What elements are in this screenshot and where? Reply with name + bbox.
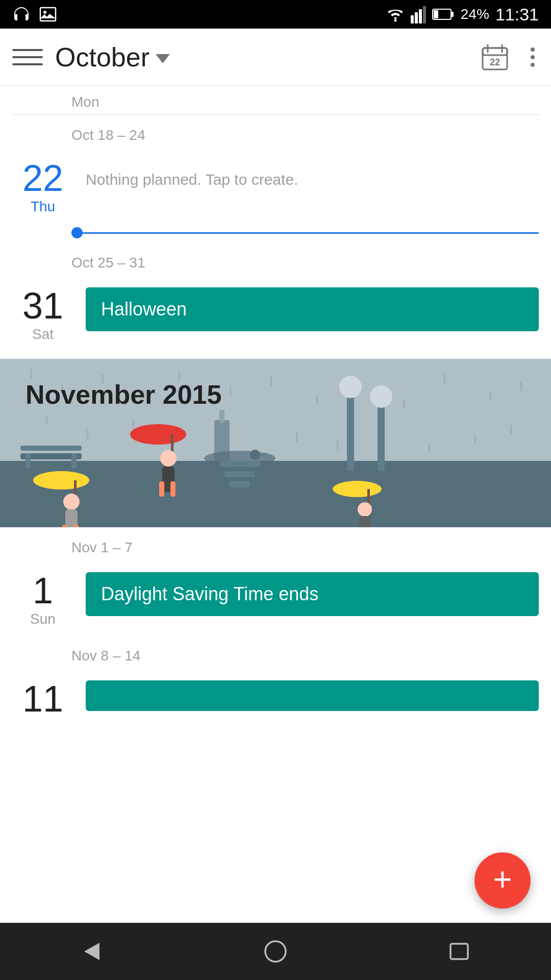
svg-marker-77 xyxy=(84,943,99,960)
day-number-22: 22 xyxy=(12,160,73,197)
svg-rect-6 xyxy=(423,6,426,23)
dst-event[interactable]: Daylight Saving Time ends xyxy=(86,572,539,616)
svg-point-64 xyxy=(333,481,382,497)
svg-point-58 xyxy=(33,471,89,489)
svg-rect-30 xyxy=(46,415,47,424)
halloween-event[interactable]: Halloween xyxy=(86,287,539,331)
day-row-11[interactable]: 11 xyxy=(0,672,551,725)
day-number-11: 11 xyxy=(12,680,73,717)
signal-icon xyxy=(411,5,426,23)
day-events-22: Nothing planned. Tap to create. xyxy=(73,160,539,188)
svg-point-49 xyxy=(339,376,362,398)
svg-rect-28 xyxy=(490,392,491,401)
home-icon xyxy=(263,939,288,964)
back-button[interactable] xyxy=(71,931,112,972)
svg-point-70 xyxy=(250,450,260,460)
svg-point-51 xyxy=(370,385,392,408)
week-separator-oct18: Oct 18 – 24 xyxy=(0,115,551,152)
svg-rect-8 xyxy=(451,12,454,17)
svg-point-54 xyxy=(160,450,177,467)
svg-rect-24 xyxy=(316,395,318,404)
svg-rect-42 xyxy=(20,446,82,451)
svg-rect-71 xyxy=(219,461,260,467)
back-icon xyxy=(79,939,105,964)
svg-rect-61 xyxy=(65,509,78,527)
svg-rect-17 xyxy=(31,369,32,378)
week-separator-oct25: Oct 25 – 31 xyxy=(0,242,551,279)
svg-rect-39 xyxy=(474,434,476,444)
battery-percent: 24% xyxy=(461,6,489,22)
day-row-1[interactable]: 1 Sun Daylight Saving Time ends xyxy=(0,564,551,635)
no-event-text[interactable]: Nothing planned. Tap to create. xyxy=(86,160,539,188)
week-day-header: Mon xyxy=(0,86,551,114)
svg-point-78 xyxy=(265,941,286,962)
time-display: 11:31 xyxy=(495,5,539,24)
svg-rect-27 xyxy=(444,374,445,383)
day-number-col-31: 31 Sat xyxy=(12,287,73,342)
day-number-col-11: 11 xyxy=(12,680,73,717)
svg-rect-31 xyxy=(87,430,88,439)
top-actions: 22 xyxy=(480,42,539,72)
svg-rect-35 xyxy=(296,433,297,442)
svg-rect-26 xyxy=(403,400,405,409)
svg-rect-23 xyxy=(270,377,272,386)
status-left-icons xyxy=(12,5,57,23)
day-row-22[interactable]: 22 Thu Nothing planned. Tap to create. xyxy=(0,152,551,223)
recents-button[interactable] xyxy=(439,931,480,972)
svg-rect-44 xyxy=(71,453,77,469)
svg-rect-32 xyxy=(133,420,134,429)
svg-rect-67 xyxy=(359,516,370,527)
svg-rect-38 xyxy=(429,443,430,452)
week-separator-nov1: Nov 1 – 7 xyxy=(0,527,551,564)
timeline-row xyxy=(0,223,551,242)
menu-button[interactable] xyxy=(12,42,43,72)
day-events-11 xyxy=(73,680,539,711)
month-dropdown-arrow xyxy=(156,54,170,63)
day-name-22: Thu xyxy=(12,199,73,215)
svg-rect-73 xyxy=(230,481,250,487)
home-button[interactable] xyxy=(255,931,296,972)
plus-icon: + xyxy=(493,863,512,896)
november-title: November 2015 xyxy=(26,379,221,410)
day-number-col-1: 1 Sun xyxy=(12,572,73,627)
svg-rect-36 xyxy=(337,440,338,450)
nov11-event[interactable] xyxy=(86,680,539,711)
status-right-icons: 24% 11:31 xyxy=(386,5,539,24)
svg-point-2 xyxy=(394,19,396,22)
svg-rect-50 xyxy=(378,400,385,471)
timeline-line xyxy=(83,232,539,234)
svg-rect-22 xyxy=(230,387,231,396)
svg-rect-29 xyxy=(520,382,522,391)
svg-rect-5 xyxy=(419,9,422,23)
month-title[interactable]: October xyxy=(55,42,480,72)
svg-rect-3 xyxy=(411,15,414,23)
svg-rect-0 xyxy=(40,8,56,21)
today-button[interactable]: 22 xyxy=(480,42,510,72)
svg-point-60 xyxy=(63,494,80,510)
image-icon xyxy=(39,5,57,23)
top-bar: October 22 xyxy=(0,29,551,86)
svg-point-66 xyxy=(358,502,372,517)
headphones-icon xyxy=(12,5,31,23)
day-name-1: Sun xyxy=(12,611,73,627)
more-button[interactable] xyxy=(527,43,539,71)
recents-icon xyxy=(446,939,472,964)
svg-rect-11 xyxy=(483,48,507,55)
timeline-dot xyxy=(71,227,83,238)
svg-rect-43 xyxy=(26,453,31,469)
svg-rect-40 xyxy=(510,425,512,434)
svg-rect-48 xyxy=(347,389,354,471)
svg-rect-9 xyxy=(434,10,438,18)
bottom-nav xyxy=(0,923,551,980)
day-number-1: 1 xyxy=(12,572,73,609)
svg-point-52 xyxy=(130,424,186,445)
calendar-content: Mon Oct 18 – 24 22 Thu Nothing planned. … xyxy=(0,86,551,827)
day-row-31[interactable]: 31 Sat Halloween xyxy=(0,279,551,351)
svg-text:22: 22 xyxy=(490,57,500,67)
svg-rect-56 xyxy=(159,481,164,497)
wifi-icon xyxy=(386,5,405,23)
svg-point-1 xyxy=(43,11,46,14)
svg-rect-4 xyxy=(415,12,418,23)
add-event-fab[interactable]: + xyxy=(474,852,531,909)
svg-rect-57 xyxy=(170,481,176,497)
